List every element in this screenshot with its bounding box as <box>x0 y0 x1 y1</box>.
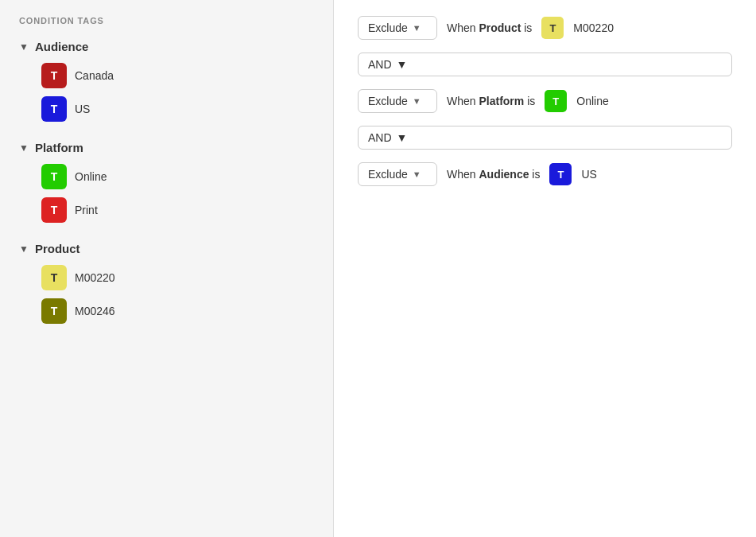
chevron-down-icon: ▼ <box>397 58 408 71</box>
tag-badge-us: T <box>41 96 67 122</box>
condition-text-cond1: When Product is <box>447 21 532 34</box>
categories-container: ▼Audience T Canada T US ▼Platform T Onli… <box>19 40 314 324</box>
condition-tag-badge-cond2: T <box>545 90 567 112</box>
category-audience: ▼Audience T Canada T US <box>19 40 314 122</box>
chevron-icon: ▼ <box>19 41 29 53</box>
category-product: ▼Product T M00220 T M00246 <box>19 242 314 324</box>
tag-name-m00246: M00246 <box>75 305 115 317</box>
conditions-container: Exclude ▼ When Product is T M00220 AND ▼… <box>358 16 732 199</box>
condition-row-cond3: Exclude ▼ When Audience is T US <box>358 162 732 186</box>
chevron-icon: ▼ <box>19 142 29 154</box>
exclude-dropdown-cond2[interactable]: Exclude ▼ <box>358 89 437 113</box>
chevron-down-icon: ▼ <box>413 169 421 179</box>
left-panel: CONDITION TAGS ▼Audience T Canada T US ▼… <box>0 0 334 537</box>
tag-name-print: Print <box>75 204 98 216</box>
tag-name-online: Online <box>75 170 107 183</box>
exclude-label-cond2: Exclude <box>368 95 408 107</box>
tag-item-canada[interactable]: T Canada <box>19 63 314 88</box>
chevron-down-icon: ▼ <box>397 131 408 144</box>
tag-item-m00246[interactable]: T M00246 <box>19 298 314 324</box>
tag-name-us: US <box>75 103 90 115</box>
condition-text-cond2: When Platform is <box>447 95 535 107</box>
condition-tag-badge-cond1: T <box>541 17 564 39</box>
tag-name-canada: Canada <box>75 69 114 82</box>
tag-badge-online: T <box>41 164 67 189</box>
category-header-product[interactable]: ▼Product <box>19 242 314 255</box>
exclude-dropdown-cond1[interactable]: Exclude ▼ <box>358 16 437 40</box>
chevron-down-icon: ▼ <box>413 23 421 33</box>
tag-item-online[interactable]: T Online <box>19 164 314 189</box>
tag-badge-print: T <box>41 197 67 223</box>
exclude-dropdown-cond3[interactable]: Exclude ▼ <box>358 162 437 186</box>
condition-text-cond3: When Audience is <box>447 168 540 181</box>
chevron-down-icon: ▼ <box>413 96 421 106</box>
category-label-platform: Platform <box>35 141 83 154</box>
category-platform: ▼Platform T Online T Print <box>19 141 314 223</box>
tag-item-us[interactable]: T US <box>19 96 314 122</box>
tag-badge-m00246: T <box>41 298 67 324</box>
tag-badge-canada: T <box>41 63 67 88</box>
right-panel: Exclude ▼ When Product is T M00220 AND ▼… <box>334 0 756 537</box>
condition-tag-badge-cond3: T <box>549 163 572 185</box>
category-header-audience[interactable]: ▼Audience <box>19 40 314 53</box>
and-row-1: AND ▼ <box>358 126 732 150</box>
condition-value-cond1: M00220 <box>573 21 614 34</box>
category-header-platform[interactable]: ▼Platform <box>19 141 314 154</box>
condition-value-cond2: Online <box>576 95 608 107</box>
and-label-1: AND <box>368 131 392 144</box>
and-row-0: AND ▼ <box>358 53 732 76</box>
tag-name-m00220: M00220 <box>75 271 115 284</box>
tag-item-m00220[interactable]: T M00220 <box>19 265 314 290</box>
and-dropdown-0[interactable]: AND ▼ <box>358 53 732 76</box>
tag-badge-m00220: T <box>41 265 67 290</box>
condition-row-cond2: Exclude ▼ When Platform is T Online <box>358 89 732 113</box>
section-title: CONDITION TAGS <box>19 16 314 25</box>
category-label-product: Product <box>35 242 80 255</box>
and-label-0: AND <box>368 58 392 71</box>
exclude-label-cond1: Exclude <box>368 21 408 34</box>
exclude-label-cond3: Exclude <box>368 168 408 181</box>
condition-row-cond1: Exclude ▼ When Product is T M00220 <box>358 16 732 40</box>
category-label-audience: Audience <box>35 40 89 53</box>
tag-item-print[interactable]: T Print <box>19 197 314 223</box>
and-dropdown-1[interactable]: AND ▼ <box>358 126 732 150</box>
chevron-icon: ▼ <box>19 243 29 255</box>
condition-value-cond3: US <box>581 168 596 181</box>
